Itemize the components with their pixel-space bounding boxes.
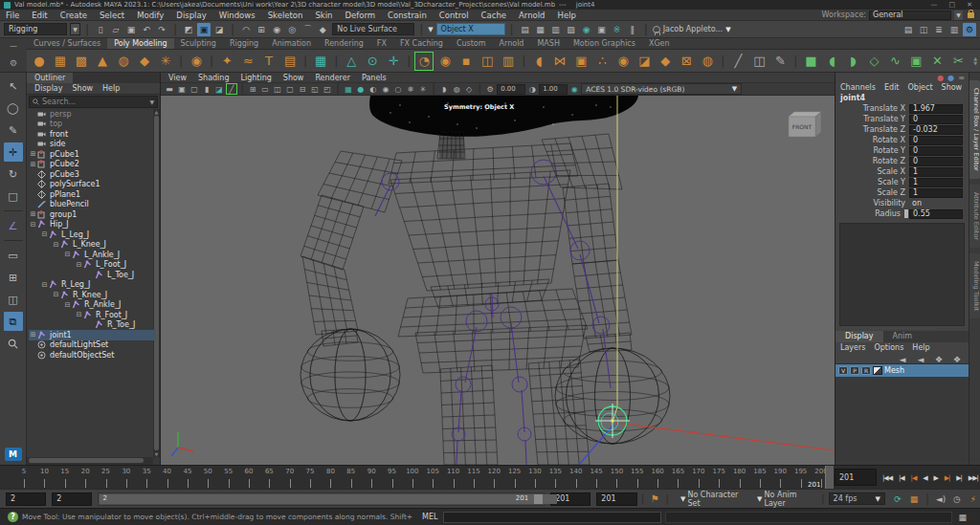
rotate-tool[interactable]: ↻: [4, 164, 23, 184]
boolean-union-icon[interactable]: ■: [801, 52, 820, 71]
select-tool[interactable]: ↖: [4, 77, 23, 96]
curve-warp-icon[interactable]: ≈: [238, 52, 257, 71]
range-slider-bar[interactable]: [100, 494, 557, 504]
grid-icon[interactable]: ⊞: [247, 83, 258, 95]
layer-menu-layers[interactable]: Layers: [840, 343, 865, 352]
menu-arnold[interactable]: Arnold: [519, 11, 546, 20]
layer-reference-toggle[interactable]: R: [861, 366, 871, 375]
shelf-tab-sculpting[interactable]: Sculpting: [174, 38, 223, 49]
arnold-renderview-icon[interactable]: ◉: [580, 23, 593, 36]
outliner-menu-help[interactable]: Help: [102, 84, 120, 93]
outliner-tab[interactable]: Outliner: [27, 73, 73, 83]
shelf-tab-curvessurfaces[interactable]: Curves / Surfaces: [27, 38, 107, 49]
channelbox-mini-icons[interactable]: ●●≡: [835, 73, 969, 82]
play-backwards-button[interactable]: ◀: [923, 474, 926, 482]
gate-mask-icon[interactable]: ▢: [284, 83, 296, 95]
viewport-menu-show[interactable]: Show: [283, 74, 304, 82]
snap-curves-icon[interactable]: ◠: [239, 23, 253, 36]
quad-draw-icon[interactable]: ◪: [635, 52, 654, 71]
open-scene-icon[interactable]: ▱: [109, 23, 122, 36]
bridge-icon[interactable]: ⋈: [550, 52, 569, 71]
shelf-tab-xgen[interactable]: XGen: [642, 38, 677, 49]
channel-value[interactable]: 1: [909, 167, 963, 177]
channel-value[interactable]: 1: [909, 178, 963, 187]
target-weld-icon[interactable]: ◉: [613, 52, 633, 71]
combine-icon[interactable]: ▪: [457, 52, 476, 71]
xray-joints-icon[interactable]: ◍: [451, 83, 462, 95]
mirror-icon[interactable]: ◆: [656, 52, 675, 71]
screen-ao-icon[interactable]: ❄: [405, 83, 416, 95]
poly-cube-icon[interactable]: ▦: [51, 52, 70, 71]
shelf-tab-rendering[interactable]: Rendering: [318, 38, 370, 49]
shelf-tab-motiongraphics[interactable]: Motion Graphics: [567, 38, 642, 49]
toggle-attr-editor-icon[interactable]: ▥: [947, 23, 961, 36]
step-back-frame-button[interactable]: |◀: [899, 474, 904, 482]
poly-plane-icon[interactable]: ◆: [135, 52, 154, 71]
outliner-item-r_toe_j[interactable]: R_Toe_J: [29, 320, 149, 331]
outliner-item-joint1[interactable]: ⊞joint1: [29, 330, 156, 340]
clapperboard-icon[interactable]: ▦: [907, 492, 921, 506]
playback-start-field[interactable]: 2: [52, 492, 92, 506]
mel-command-input[interactable]: [443, 512, 661, 523]
shelf-gear-icon[interactable]: ⚙: [10, 58, 17, 68]
channel-value[interactable]: 1: [909, 188, 963, 198]
layer-menu-help[interactable]: Help: [912, 343, 929, 352]
reduce-icon[interactable]: ▣: [906, 52, 925, 71]
outliner-item-bluepencil[interactable]: bluePencil: [29, 200, 149, 210]
search-filter-arrow[interactable]: ▼: [149, 98, 154, 105]
shelf-tab-rigging[interactable]: Rigging: [223, 38, 265, 49]
layout-single-pane[interactable]: ▭: [4, 246, 23, 265]
poly-cube2-icon[interactable]: ▩: [72, 52, 91, 71]
poly-text-icon[interactable]: T: [259, 52, 278, 71]
symmetry-field[interactable]: Object X: [436, 23, 505, 35]
outliner-item-polysurface1[interactable]: polySurface1: [29, 180, 149, 190]
lattice-icon[interactable]: ⊠: [677, 52, 696, 71]
locator-icon[interactable]: ⊙: [363, 52, 382, 71]
make-live-icon[interactable]: ◆: [316, 23, 329, 36]
outliner-item-l_ankle_j[interactable]: ⊟L_Ankle_J: [29, 250, 149, 260]
anim-layer-dropdown[interactable]: ▼No Anim Layer: [757, 491, 817, 508]
outliner-item-group1[interactable]: ⊞group1: [29, 209, 149, 220]
channel-value[interactable]: -0.032: [909, 125, 963, 135]
svg-icon[interactable]: ▤: [280, 52, 300, 71]
menu-help[interactable]: Help: [558, 11, 576, 20]
layer-tab-display[interactable]: Display: [835, 331, 883, 342]
outliner-item-defaultobjectset[interactable]: defaultObjectSet: [29, 350, 149, 361]
origin-icon[interactable]: ✛: [384, 52, 403, 71]
toggle-channelbox-icon[interactable]: ≣: [932, 23, 946, 36]
menu-windows[interactable]: Windows: [219, 11, 256, 20]
viewport-menu-panels[interactable]: Panels: [362, 74, 387, 82]
expand-toggle[interactable]: ⊟: [29, 221, 37, 229]
snap-points-icon[interactable]: ◉: [270, 23, 283, 36]
joint-tool[interactable]: ∠: [4, 216, 23, 235]
expand-toggle[interactable]: ⊞: [29, 210, 37, 218]
redo-icon[interactable]: ↷: [155, 23, 168, 36]
bevel-icon[interactable]: ◖: [529, 52, 548, 71]
shelf-tab-custom[interactable]: Custom: [450, 38, 493, 49]
shelf-tab-animation[interactable]: Animation: [265, 38, 318, 49]
anim-end-field[interactable]: 201: [596, 492, 636, 506]
side-tab-channel-box---layer-editor[interactable]: Channel Box / Layer Editor: [969, 80, 980, 179]
fps-dropdown[interactable]: 24 fps ▼: [829, 492, 885, 505]
outliner-item-l_knee_j[interactable]: ⊟L_Knee_J: [29, 240, 149, 251]
layer-menu-options[interactable]: Options: [874, 343, 903, 352]
super-shape-icon[interactable]: ✦: [217, 52, 236, 71]
playback-loop-icon[interactable]: ⟳: [891, 492, 904, 506]
menu-select[interactable]: Select: [100, 11, 124, 20]
outliner-item-l_leg_j[interactable]: ⊟L_Leg_J: [29, 230, 149, 240]
select-component-icon[interactable]: ◪: [212, 23, 226, 36]
menu-deform[interactable]: Deform: [345, 11, 376, 20]
snap-view-plane-icon[interactable]: ⌒: [301, 23, 314, 36]
user-account[interactable]: Jacob Appleto... ▼: [653, 25, 731, 33]
cut-icon[interactable]: ✕: [927, 52, 947, 71]
time-slider-ticks[interactable]: 5101520253035404550556065707580859095100…: [0, 466, 829, 490]
undo-icon[interactable]: ↶: [140, 23, 153, 36]
motion-blur-icon[interactable]: ✳: [417, 83, 429, 95]
workspace-dropdown-arrow[interactable]: ▼: [954, 11, 963, 20]
film-gate-icon[interactable]: ▭: [259, 83, 271, 95]
channelbox-menu-edit[interactable]: Edit: [884, 83, 900, 92]
menu-edit[interactable]: Edit: [32, 11, 47, 20]
outliner-item-front[interactable]: front: [29, 129, 149, 140]
render-settings-icon[interactable]: ▣: [595, 23, 609, 36]
layer-playback-toggle[interactable]: P: [850, 366, 859, 375]
